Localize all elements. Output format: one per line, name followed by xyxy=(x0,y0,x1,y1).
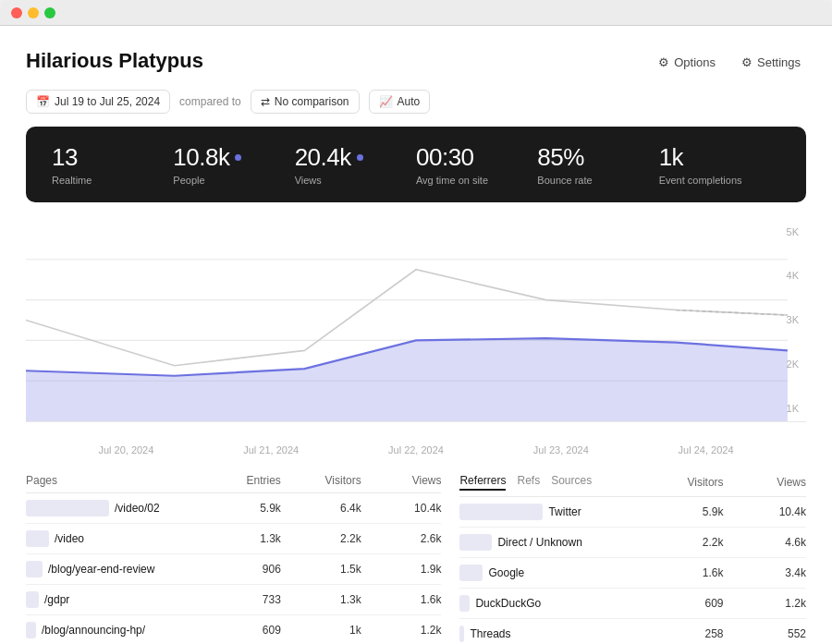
header-actions: ⚙ Options ⚙ Settings xyxy=(653,52,806,73)
stat-avg-time: 00:30 Avg time on site xyxy=(416,143,537,186)
page-bar xyxy=(26,500,109,516)
table-row: /blog/announcing-hp/ 609 1k 1.2k xyxy=(26,615,441,644)
pages-table: Pages Entries Visitors Views /video/02 5… xyxy=(26,468,441,644)
referrer-tabs: Referrers Refs Sources xyxy=(459,474,648,491)
interval-picker[interactable]: 📈 Auto xyxy=(369,90,431,114)
col-header-visitors: Visitors xyxy=(288,474,369,487)
chart-area: 5K 4K 3K 2K 1K xyxy=(26,219,806,422)
gear-icon: ⚙ xyxy=(658,55,669,69)
compared-to-label: compared to xyxy=(179,95,241,108)
col-header-entries: Entries xyxy=(208,474,288,487)
settings-button[interactable]: ⚙ Settings xyxy=(736,52,806,73)
referrer-bar xyxy=(459,565,483,581)
chart-y-labels: 5K 4K 3K 2K 1K xyxy=(787,219,799,421)
options-button[interactable]: ⚙ Options xyxy=(653,52,721,73)
referrers-table: Referrers Refs Sources Visitors Views Tw… xyxy=(459,468,806,644)
col-header-views: Views xyxy=(369,474,442,487)
line-chart xyxy=(26,219,806,421)
close-dot[interactable] xyxy=(11,7,22,18)
table-row: /video/02 5.9k 6.4k 10.4k xyxy=(26,493,441,524)
table-row: DuckDuckGo 609 1.2k xyxy=(459,589,806,619)
chart-icon: 📈 xyxy=(379,95,393,108)
date-range-picker[interactable]: 📅 Jul 19 to Jul 25, 2024 xyxy=(26,90,170,114)
page-title: Hilarious Platypus xyxy=(26,48,203,75)
views-dot xyxy=(357,154,363,161)
referrers-table-header: Referrers Refs Sources Visitors Views xyxy=(459,468,806,497)
stat-realtime: 13 Realtime xyxy=(52,143,173,186)
referrer-bar xyxy=(459,626,464,642)
table-row: Google 1.6k 3.4k xyxy=(459,558,806,589)
page-header: Hilarious Platypus ⚙ Options ⚙ Settings xyxy=(26,48,806,75)
stat-views: 20.4k Views xyxy=(295,143,416,186)
stat-bounce: 85% Bounce rate xyxy=(537,143,658,186)
page-bar xyxy=(26,561,43,577)
page-bar xyxy=(26,530,49,547)
stat-people: 10.8k People xyxy=(173,143,294,186)
col-header-ref-visitors: Visitors xyxy=(648,476,730,489)
stat-events: 1k Event completions xyxy=(659,143,780,186)
table-row: /gdpr 733 1.3k 1.6k xyxy=(26,585,441,615)
table-row: /blog/year-end-review 906 1.5k 1.9k xyxy=(26,554,441,585)
referrer-bar xyxy=(459,504,543,520)
tab-sources[interactable]: Sources xyxy=(551,474,592,491)
app-window: Hilarious Platypus ⚙ Options ⚙ Settings … xyxy=(0,0,832,644)
comparison-picker[interactable]: ⇄ No comparison xyxy=(251,90,360,114)
title-bar xyxy=(0,0,832,26)
calendar-icon: 📅 xyxy=(36,95,50,108)
referrer-bar xyxy=(459,595,470,612)
col-header-pages: Pages xyxy=(26,474,208,487)
tab-refs[interactable]: Refs xyxy=(517,474,540,491)
col-header-ref-views: Views xyxy=(731,476,806,489)
settings-icon: ⚙ xyxy=(741,55,752,69)
maximize-dot[interactable] xyxy=(44,7,55,18)
table-row: Threads 258 552 xyxy=(459,619,806,644)
page-bar xyxy=(26,622,36,638)
chart-area-fill xyxy=(26,338,788,421)
table-row: /video 1.3k 2.2k 2.6k xyxy=(26,524,441,554)
toolbar: 📅 Jul 19 to Jul 25, 2024 compared to ⇄ N… xyxy=(26,90,806,114)
table-row: Direct / Unknown 2.2k 4.6k xyxy=(459,528,806,558)
table-row: Twitter 5.9k 10.4k xyxy=(459,497,806,528)
minimize-dot[interactable] xyxy=(28,7,39,18)
tab-referrers[interactable]: Referrers xyxy=(459,474,506,491)
referrer-bar xyxy=(459,534,492,551)
page-bar xyxy=(26,591,39,608)
people-dot xyxy=(235,154,241,161)
stats-bar: 13 Realtime 10.8k People 20.4k Views xyxy=(26,127,806,202)
compare-icon: ⇄ xyxy=(261,95,270,108)
tables-section: Pages Entries Visitors Views /video/02 5… xyxy=(26,468,806,644)
chart-x-labels: Jul 20, 2024 Jul 21, 2024 Jul 22, 2024 J… xyxy=(26,439,806,456)
pages-table-header: Pages Entries Visitors Views xyxy=(26,468,441,493)
